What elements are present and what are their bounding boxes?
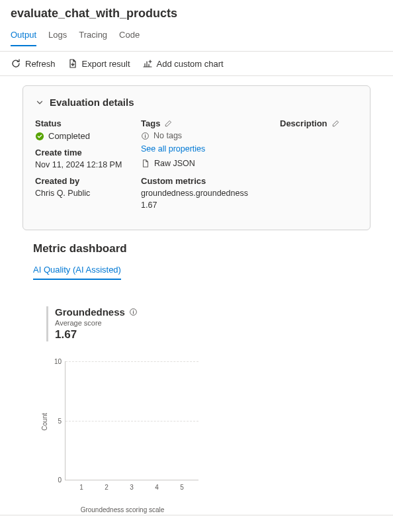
content: Evaluation details Status Completed Crea…: [0, 76, 393, 515]
description-label: Description: [280, 118, 358, 128]
metric-dashboard: Metric dashboard AI Quality (AI Assisted…: [11, 230, 382, 506]
edit-icon[interactable]: [331, 120, 339, 128]
add-chart-button[interactable]: Add custom chart: [142, 58, 224, 69]
y-tick: 5: [58, 417, 66, 424]
export-button[interactable]: Export result: [67, 58, 130, 69]
add-chart-label: Add custom chart: [157, 59, 224, 69]
evaluation-details-card: Evaluation details Status Completed Crea…: [22, 85, 371, 230]
x-tick: 4: [146, 484, 168, 491]
see-all-properties-link[interactable]: See all properties: [141, 144, 273, 154]
x-tick: 2: [95, 484, 118, 491]
refresh-icon: [11, 58, 21, 69]
details-header[interactable]: Evaluation details: [35, 97, 358, 108]
dashboard-sub-tabs: AI Quality (AI Assisted): [33, 262, 360, 280]
avg-score-value: 1.67: [55, 328, 360, 341]
avg-score-label: Average score: [55, 319, 360, 327]
details-title: Evaluation details: [50, 97, 134, 108]
custom-metric-name: groundedness.groundedness: [141, 189, 273, 198]
tab-output[interactable]: Output: [11, 26, 36, 46]
refresh-label: Refresh: [25, 59, 56, 69]
created-by-value: Chris Q. Public: [35, 189, 134, 198]
chevron-down-icon: [35, 98, 44, 107]
y-tick: 0: [58, 476, 66, 484]
dashboard-title: Metric dashboard: [33, 242, 360, 255]
info-icon: [141, 132, 150, 140]
x-tick: 5: [171, 484, 193, 491]
create-time-label: Create time: [35, 148, 134, 157]
x-tick: 1: [70, 484, 93, 491]
x-tick: 3: [120, 484, 143, 491]
tags-label: Tags: [141, 118, 273, 128]
chart-title: Groundedness: [55, 306, 360, 318]
info-icon[interactable]: [129, 308, 138, 316]
x-axis-label: Groundedness scoring scale: [46, 506, 198, 513]
edit-icon[interactable]: [164, 120, 172, 128]
raw-json-link[interactable]: Raw JSON: [141, 159, 273, 168]
no-tags-text: No tags: [153, 131, 182, 140]
chart-plus-icon: [142, 58, 153, 69]
sub-tab-ai-quality[interactable]: AI Quality (AI Assisted): [33, 262, 121, 280]
export-icon: [67, 58, 78, 69]
tab-logs[interactable]: Logs: [48, 26, 67, 46]
custom-metrics-label: Custom metrics: [141, 176, 273, 186]
export-label: Export result: [82, 59, 130, 69]
custom-metric-value: 1.67: [141, 200, 273, 210]
file-icon: [141, 159, 150, 168]
status-value: Completed: [48, 131, 90, 141]
create-time-value: Nov 11, 2024 12:18 PM: [35, 160, 134, 169]
groundedness-chart-card: Groundedness Average score 1.67 Count 05…: [33, 306, 360, 494]
tab-code[interactable]: Code: [119, 26, 140, 46]
tab-tracing[interactable]: Tracing: [79, 26, 107, 46]
tabs: Output Logs Tracing Code: [0, 26, 393, 47]
page-title: evaluate_chat_with_products: [0, 0, 393, 26]
chart-plot: Count 0510 12345 Groundedness scoring sc…: [46, 361, 198, 494]
status-label: Status: [35, 118, 134, 128]
y-tick: 10: [54, 358, 66, 365]
refresh-button[interactable]: Refresh: [11, 58, 56, 69]
created-by-label: Created by: [35, 176, 134, 186]
y-axis-label: Count: [41, 413, 48, 431]
toolbar: Refresh Export result Add custom chart: [0, 51, 393, 76]
check-circle-icon: [35, 132, 44, 141]
